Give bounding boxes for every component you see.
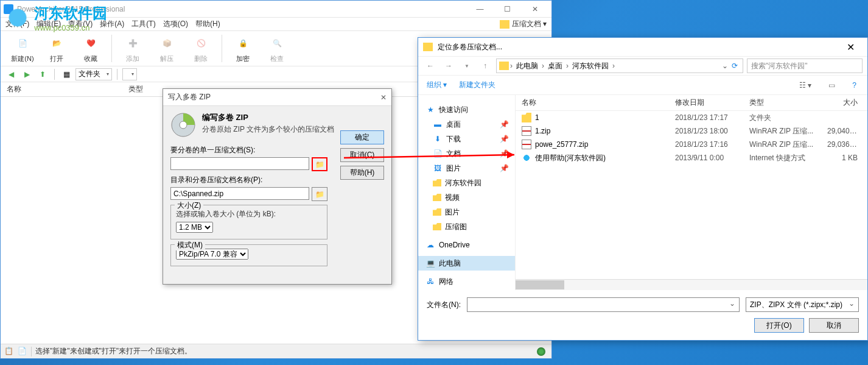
source-input[interactable]: [170, 157, 309, 170]
filter-select[interactable]: ZIP、ZIPX 文件 (*.zipx;*.zip): [746, 297, 859, 312]
menu-file[interactable]: 文件(F): [5, 19, 29, 29]
ribbon-new[interactable]: 📄新建(N): [7, 32, 38, 65]
fd-title: 定位多卷压缩文档...: [438, 42, 838, 52]
horizontal-scrollbar[interactable]: [516, 279, 867, 290]
organize-button[interactable]: 组织 ▾: [427, 80, 447, 90]
menu-archive[interactable]: 压缩文档 ▾: [500, 19, 547, 29]
status-icon-1: 📋: [4, 347, 14, 356]
ribbon-delete[interactable]: 🚫删除: [185, 32, 217, 65]
col-type[interactable]: 类型: [122, 84, 149, 94]
help-icon[interactable]: ?: [850, 81, 859, 90]
zip-heading: 编写多卷 ZIP: [202, 112, 334, 123]
zip-subheading: 分卷原始 ZIP 文件为多个较小的压缩文档: [202, 124, 334, 135]
status-text: 选择"新建"来创建或"打开"来打开一个压缩文档。: [35, 346, 192, 356]
ribbon-encrypt[interactable]: 🔒加密: [227, 32, 259, 65]
menu-help[interactable]: 帮助(H): [195, 19, 220, 29]
multivolume-zip-dialog: 写入多卷 ZIP ✕ 编写多卷 ZIP 分卷原始 ZIP 文件为多个较小的压缩文…: [163, 88, 392, 285]
nav-up-button[interactable]: ↑: [478, 58, 492, 73]
source-browse-button[interactable]: 📁: [312, 157, 327, 171]
sidebar-desktop[interactable]: ▬桌面📌: [418, 117, 515, 132]
refresh-icon[interactable]: ⟳: [732, 62, 738, 70]
status-led-icon: [537, 347, 545, 356]
ribbon-extract[interactable]: 📦解压: [151, 32, 183, 65]
size-legend: 大小(Z): [175, 200, 203, 211]
minimize-button[interactable]: —: [466, 2, 494, 16]
status-icon-2: 📄: [18, 347, 27, 356]
ribbon-fav[interactable]: ❤️收藏: [75, 32, 107, 65]
maximize-button[interactable]: ☐: [494, 2, 521, 16]
nav-forward-button[interactable]: →: [441, 58, 456, 73]
dest-label: 目录和分卷压缩文档名称(P):: [170, 175, 327, 185]
dest-input[interactable]: [170, 187, 309, 200]
ribbon-open[interactable]: 📂打开: [41, 32, 72, 65]
sidebar-compressed[interactable]: 压缩图: [418, 219, 515, 234]
file-open-dialog: 定位多卷压缩文档... ✕ ← → ▼ ↑ › 此电脑› 桌面› 河东软件园› …: [418, 37, 868, 341]
size-select[interactable]: 1.2 MB: [176, 222, 213, 233]
sidebar-pictures2[interactable]: 图片: [418, 205, 515, 219]
search-input[interactable]: 搜索"河东软件园": [747, 58, 863, 73]
nav-history-button[interactable]: ▼: [460, 58, 474, 73]
dest-browse-button[interactable]: 📁: [312, 187, 327, 201]
app-icon: [4, 4, 13, 14]
sidebar-thispc[interactable]: 💻此电脑: [418, 256, 515, 271]
cancel-button[interactable]: 取消(C): [340, 148, 384, 162]
path-combo[interactable]: [122, 68, 137, 80]
view-icon[interactable]: ▦: [60, 68, 73, 81]
menu-edit[interactable]: 编辑(E): [37, 19, 61, 29]
fd-titlebar: 定位多卷压缩文档... ✕: [418, 38, 867, 56]
folder-icon: [423, 43, 433, 51]
zip-titlebar: 写入多卷 ZIP ✕: [163, 89, 391, 106]
filename-input[interactable]: [467, 297, 740, 312]
menu-tools[interactable]: 工具(T): [131, 19, 155, 29]
view-button[interactable]: ☷ ▾: [797, 81, 814, 90]
fd-close-button[interactable]: ✕: [838, 39, 863, 55]
preview-button[interactable]: ▭: [826, 81, 838, 90]
pa-titlebar: PowerArchiver 2015 Professional — ☐ ✕: [1, 1, 551, 18]
col-type[interactable]: 类型: [743, 97, 821, 108]
source-label: 要分卷的单一压缩文档(S):: [170, 145, 327, 155]
nav-back-button[interactable]: ←: [423, 58, 438, 73]
sidebar-quick-access[interactable]: ★快速访问: [418, 102, 515, 117]
fd-sidebar: ★快速访问 ▬桌面📌 ⬇下载📌 📄文档📌 🖼图片📌 河东软件园 视频 图片 压缩…: [418, 95, 516, 290]
sidebar-onedrive[interactable]: ☁OneDrive: [418, 238, 515, 252]
sidebar-hedong[interactable]: 河东软件园: [418, 175, 515, 190]
sidebar-downloads[interactable]: ⬇下载📌: [418, 132, 515, 146]
col-name[interactable]: 名称: [516, 97, 669, 108]
help-button[interactable]: 帮助(H): [340, 166, 384, 180]
file-row[interactable]: 使用帮助(河东软件园)2013/9/11 0:00Internet 快捷方式1 …: [516, 151, 867, 165]
sidebar-pictures[interactable]: 🖼图片📌: [418, 161, 515, 175]
up-button[interactable]: ⬆: [36, 68, 49, 81]
folder-icon: [499, 62, 509, 70]
menu-options[interactable]: 选项(O): [163, 19, 188, 29]
fd-list-header: 名称 修改日期 类型 大小: [516, 95, 867, 111]
menu-action[interactable]: 操作(A): [100, 19, 124, 29]
svg-point-2: [180, 121, 187, 129]
ribbon-check[interactable]: 🔍检查: [261, 32, 293, 65]
pa-statusbar: 📋 📄 选择"新建"来创建或"打开"来打开一个压缩文档。: [1, 344, 551, 358]
col-date[interactable]: 修改日期: [669, 97, 743, 108]
file-row[interactable]: powe_25777.zip2018/1/23 17:16WinRAR ZIP …: [516, 138, 867, 151]
cancel-button[interactable]: 取消: [809, 318, 859, 333]
sidebar-network[interactable]: 🖧网络: [418, 274, 515, 289]
close-button[interactable]: ✕: [521, 2, 548, 16]
chevron-down-icon[interactable]: ⌄: [722, 62, 728, 70]
disc-icon: [170, 112, 196, 138]
new-folder-button[interactable]: 新建文件夹: [459, 80, 495, 90]
menu-view[interactable]: 查看(V): [68, 19, 93, 29]
sidebar-video[interactable]: 视频: [418, 190, 515, 205]
back-button[interactable]: ◀: [4, 68, 18, 81]
col-size[interactable]: 大小: [821, 97, 864, 108]
file-row[interactable]: 1.zip2018/1/23 18:00WinRAR ZIP 压缩...29,0…: [516, 124, 867, 138]
ribbon-add[interactable]: ➕添加: [117, 32, 149, 65]
sidebar-documents[interactable]: 📄文档📌: [418, 146, 515, 161]
folder-combo[interactable]: 文件夹: [75, 68, 112, 80]
col-name[interactable]: 名称: [1, 84, 122, 94]
zip-close-button[interactable]: ✕: [380, 93, 387, 102]
fd-nav: ← → ▼ ↑ › 此电脑› 桌面› 河东软件园› ⌄ ⟳ 搜索"河东软件园": [418, 56, 867, 76]
forward-button[interactable]: ▶: [20, 68, 33, 81]
breadcrumb[interactable]: › 此电脑› 桌面› 河东软件园› ⌄ ⟳: [496, 58, 743, 73]
open-button[interactable]: 打开(O): [754, 318, 804, 333]
ok-button[interactable]: 确定: [340, 130, 384, 144]
window-title: PowerArchiver 2015 Professional: [17, 5, 466, 13]
file-row[interactable]: 12018/1/23 17:17文件夹: [516, 111, 867, 124]
